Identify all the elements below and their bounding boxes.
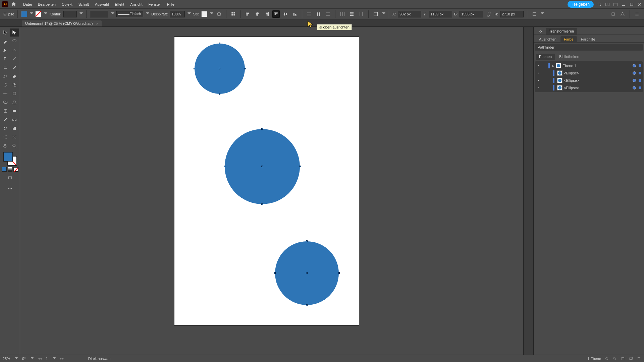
document-tab[interactable]: Unbenannt-1* @ 25 % (CMYK/Vorschau) ×: [22, 20, 102, 26]
recolor-icon[interactable]: [215, 10, 223, 18]
curvature-tool[interactable]: [10, 46, 19, 54]
var-width-input[interactable]: [90, 11, 108, 17]
target-icon[interactable]: [633, 86, 636, 89]
align-top-icon[interactable]: [272, 10, 280, 18]
tab-farbhilfe[interactable]: Farbhilfe: [578, 36, 599, 42]
hand-tool[interactable]: [1, 142, 10, 150]
scale-tool[interactable]: [10, 81, 19, 89]
search-icon[interactable]: [597, 2, 602, 7]
zoom-dropdown[interactable]: [15, 357, 18, 360]
distribute-bottom-icon[interactable]: [324, 10, 332, 18]
w-input[interactable]: [460, 11, 483, 17]
magic-wand-tool[interactable]: [1, 37, 10, 45]
tab-transformieren[interactable]: Transformieren: [546, 28, 577, 35]
visibility-icon[interactable]: [536, 78, 541, 83]
menu-fenster[interactable]: Fenster: [145, 2, 164, 6]
eyedropper-tool[interactable]: [1, 116, 10, 124]
menu-effekt[interactable]: Effekt: [112, 2, 127, 6]
perspective-tool[interactable]: [10, 98, 19, 106]
target-icon[interactable]: [633, 64, 636, 67]
color-mode-swatches[interactable]: [1, 167, 19, 172]
menu-datei[interactable]: Datei: [20, 2, 35, 6]
edit-symbol-icon[interactable]: [619, 10, 626, 18]
target-icon[interactable]: [633, 79, 636, 82]
arrange-icon[interactable]: [605, 2, 610, 7]
align-hcenter-icon[interactable]: [254, 10, 261, 18]
menu-schrift[interactable]: Schrift: [75, 2, 92, 6]
fill-color-swatch[interactable]: [3, 152, 13, 162]
canvas[interactable]: [20, 27, 523, 355]
tab-bibliotheken[interactable]: Bibliotheken: [556, 54, 583, 60]
zoom-level[interactable]: 25%: [3, 357, 10, 361]
lasso-tool[interactable]: [10, 37, 19, 45]
rotation-dropdown[interactable]: [31, 357, 34, 360]
selection-tool[interactable]: [1, 28, 10, 37]
shape-props-dropdown[interactable]: [541, 12, 544, 16]
align-to-icon[interactable]: [372, 10, 379, 18]
close-tab-icon[interactable]: ×: [96, 21, 98, 25]
artboard-dropdown[interactable]: [53, 357, 56, 360]
align-to-dropdown[interactable]: [382, 12, 385, 16]
type-tool[interactable]: T: [1, 55, 10, 63]
isolate-icon[interactable]: [609, 10, 617, 18]
y-input[interactable]: [429, 11, 452, 17]
distribute-left-icon[interactable]: [339, 10, 346, 18]
layer-row[interactable]: <Ellipse>: [535, 77, 643, 84]
link-wh-icon[interactable]: [485, 10, 492, 18]
x-input[interactable]: [398, 11, 421, 17]
distribute-hcenter-icon[interactable]: [348, 10, 356, 18]
visibility-icon[interactable]: [536, 71, 541, 75]
layer-row[interactable]: <Ellipse>: [535, 84, 643, 92]
stroke-swatch[interactable]: [35, 11, 41, 17]
h-input[interactable]: [500, 11, 524, 17]
distribute-right-icon[interactable]: [358, 10, 365, 18]
pen-tool[interactable]: [1, 46, 10, 54]
shaper-tool[interactable]: [1, 72, 10, 80]
blend-tool[interactable]: [10, 116, 19, 124]
direct-selection-tool[interactable]: [10, 28, 19, 37]
artboard[interactable]: [174, 37, 359, 325]
layer-row[interactable]: ▸ Ebene 1: [535, 62, 643, 69]
opacity-dropdown[interactable]: [187, 12, 191, 16]
menu-objekt[interactable]: Objekt: [59, 2, 75, 6]
fill-swatch[interactable]: [21, 11, 27, 17]
panel-menu-icon[interactable]: [633, 10, 641, 18]
close-icon[interactable]: [637, 2, 642, 7]
locate-icon[interactable]: [604, 356, 609, 361]
mesh-tool[interactable]: [1, 107, 10, 115]
distribute-top-icon[interactable]: [306, 10, 313, 18]
slice-tool[interactable]: [10, 133, 19, 141]
edit-toolbar-icon[interactable]: [5, 185, 15, 193]
home-icon[interactable]: [11, 1, 17, 7]
comment-icon[interactable]: [526, 38, 531, 44]
delete-layer-icon[interactable]: [637, 356, 641, 361]
line-tool[interactable]: [10, 55, 19, 63]
shape-props-icon[interactable]: [531, 10, 538, 18]
menu-auswahl[interactable]: Auswahl: [92, 2, 112, 6]
maximize-icon[interactable]: [629, 2, 634, 7]
tab-ebenen[interactable]: Ebenen: [536, 54, 555, 60]
shape-builder-tool[interactable]: [1, 98, 10, 106]
artboard-number[interactable]: 1: [46, 357, 48, 361]
new-layer-icon[interactable]: [629, 356, 633, 361]
paintbrush-tool[interactable]: [10, 63, 19, 71]
rotation-value[interactable]: 0°: [22, 357, 26, 361]
align-bottom-icon[interactable]: [291, 10, 299, 18]
distribute-vcenter-icon[interactable]: [315, 10, 322, 18]
ellipse-object[interactable]: [225, 129, 300, 204]
width-tool[interactable]: [1, 89, 10, 98]
rotate-tool[interactable]: [1, 81, 10, 89]
visibility-icon[interactable]: [536, 63, 541, 68]
rectangle-tool[interactable]: [1, 63, 10, 71]
eraser-tool[interactable]: [10, 72, 19, 80]
new-sublayer-icon[interactable]: [621, 356, 625, 361]
artboard-tool[interactable]: [1, 133, 10, 141]
free-transform-tool[interactable]: [10, 89, 19, 98]
brush-definition[interactable]: Einfach: [116, 11, 143, 17]
menu-hilfe[interactable]: Hilfe: [164, 2, 177, 6]
share-button[interactable]: Freigeben: [568, 1, 594, 8]
ellipse-object[interactable]: [275, 241, 339, 305]
screen-mode-icon[interactable]: [5, 174, 15, 182]
gradient-tool[interactable]: [10, 107, 19, 115]
align-left-icon[interactable]: [244, 10, 252, 18]
